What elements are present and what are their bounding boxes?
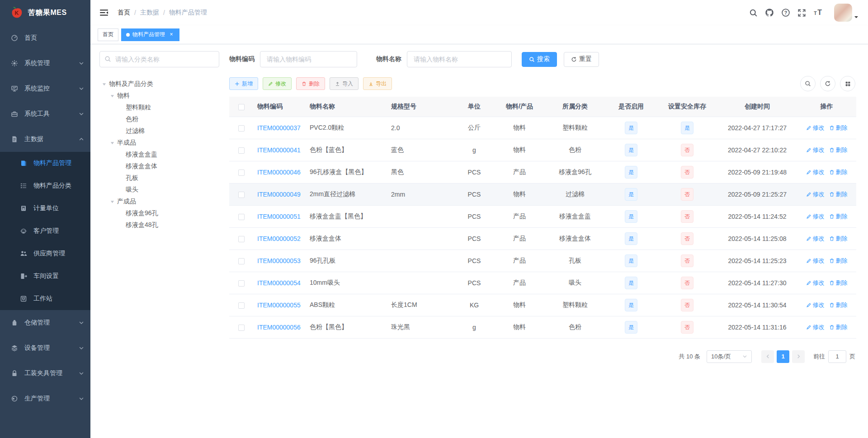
row-edit-link[interactable]: 修改: [806, 235, 825, 243]
columns-grid-icon[interactable]: [840, 76, 855, 91]
sidebar-item-warehouse-manage[interactable]: 仓储管理: [0, 310, 90, 335]
breadcrumb-home[interactable]: 首页: [118, 9, 130, 17]
row-checkbox[interactable]: [238, 214, 245, 220]
search-icon[interactable]: [749, 9, 758, 17]
row-checkbox[interactable]: [238, 302, 245, 309]
row-delete-link[interactable]: 删除: [829, 257, 848, 265]
user-menu[interactable]: [834, 4, 858, 22]
font-size-icon[interactable]: TT: [813, 8, 823, 17]
row-edit-link[interactable]: 修改: [806, 212, 825, 221]
page-number-button[interactable]: 1: [777, 350, 789, 363]
material-code-link[interactable]: ITEM00000037: [257, 124, 301, 132]
material-name-input[interactable]: [407, 51, 512, 67]
row-delete-link[interactable]: 删除: [829, 190, 848, 198]
row-checkbox[interactable]: [238, 258, 245, 264]
row-delete-link[interactable]: 删除: [829, 279, 848, 287]
sidebar-item-workshop-setting[interactable]: 车间设置: [0, 265, 90, 287]
row-delete-link[interactable]: 删除: [829, 124, 848, 132]
sidebar-item-equipment-manage[interactable]: 设备管理: [0, 335, 90, 361]
row-edit-link[interactable]: 修改: [806, 279, 825, 287]
material-code-link[interactable]: ITEM00000051: [257, 213, 301, 220]
row-checkbox[interactable]: [238, 325, 245, 331]
material-code-link[interactable]: ITEM00000046: [257, 169, 301, 176]
tree-node[interactable]: 半成品: [99, 137, 219, 149]
row-checkbox[interactable]: [238, 280, 245, 287]
row-checkbox[interactable]: [238, 125, 245, 132]
category-search-input[interactable]: [99, 51, 219, 67]
row-checkbox[interactable]: [238, 147, 245, 154]
table-row[interactable]: ITEM00000041 色粉【蓝色】 蓝色 g 物料 色粉 是 否 2022-…: [229, 139, 856, 161]
table-row[interactable]: ITEM00000056 色粉【黑色】 珠光黑 g 物料 色粉 是 否 2022…: [229, 316, 856, 338]
tree-node[interactable]: 移液盒盒盖: [99, 149, 219, 160]
reset-button[interactable]: 重置: [564, 52, 599, 67]
goto-page-input[interactable]: [828, 350, 846, 363]
prev-page-button[interactable]: [761, 350, 774, 363]
sidebar-item-workstation[interactable]: 工作站: [0, 287, 90, 310]
tag-home[interactable]: 首页: [98, 28, 118, 41]
sidebar-item-material-product-manage[interactable]: 物料产品管理: [0, 152, 90, 174]
row-edit-link[interactable]: 修改: [806, 190, 825, 198]
sidebar-item-measure-unit[interactable]: 计量单位: [0, 197, 90, 220]
tree-node-root[interactable]: 物料及产品分类: [99, 78, 219, 90]
tree-node[interactable]: 孔板: [99, 172, 219, 184]
import-button[interactable]: 导入: [330, 77, 359, 90]
page-size-select[interactable]: 10条/页: [707, 350, 752, 363]
tree-node[interactable]: 移液盒48孔: [99, 219, 219, 231]
add-button[interactable]: 新增: [229, 77, 258, 90]
sidebar-item-customer-manage[interactable]: 客户管理: [0, 220, 90, 242]
row-delete-link[interactable]: 删除: [829, 235, 848, 243]
row-checkbox[interactable]: [238, 170, 245, 176]
row-delete-link[interactable]: 删除: [829, 301, 848, 309]
table-row[interactable]: ITEM00000049 2mm直径过滤棉 2mm PCS 物料 过滤棉 是 否…: [229, 183, 856, 205]
delete-button[interactable]: 删除: [296, 77, 325, 90]
tag-material-product-manage[interactable]: 物料产品管理 ×: [121, 28, 179, 41]
table-row[interactable]: ITEM00000055 ABS颗粒 长度1CM KG 物料 塑料颗粒 是 否 …: [229, 294, 856, 316]
sidebar-item-production-manage[interactable]: 生产管理: [0, 386, 90, 411]
select-all-checkbox[interactable]: [238, 104, 245, 110]
table-row[interactable]: ITEM00000054 10mm吸头 PCS 产品 吸头 是 否 2022-0…: [229, 272, 856, 294]
table-row[interactable]: ITEM00000037 PVC2.0颗粒 2.0 公斤 物料 塑料颗粒 是 是…: [229, 117, 856, 139]
export-button[interactable]: 导出: [363, 77, 392, 90]
table-row[interactable]: ITEM00000046 96孔移液盒【黑色】 黑色 PCS 产品 移液盒96孔…: [229, 161, 856, 183]
tree-expand-icon[interactable]: [110, 141, 114, 145]
material-code-link[interactable]: ITEM00000049: [257, 191, 301, 198]
tree-node[interactable]: 过滤棉: [99, 125, 219, 137]
sidebar-item-material-product-category[interactable]: 物料产品分类: [0, 174, 90, 197]
sidebar-item-system-monitor[interactable]: 系统监控: [0, 76, 90, 101]
avatar[interactable]: [834, 4, 852, 22]
row-checkbox[interactable]: [238, 192, 245, 198]
sidebar-item-fixture-manage[interactable]: 工装夹具管理: [0, 361, 90, 386]
row-delete-link[interactable]: 删除: [829, 168, 848, 176]
tree-node[interactable]: 塑料颗粒: [99, 102, 219, 113]
tree-node[interactable]: 移液盒96孔: [99, 207, 219, 219]
row-delete-link[interactable]: 删除: [829, 146, 848, 154]
github-icon[interactable]: [765, 8, 774, 17]
tree-node[interactable]: 色粉: [99, 113, 219, 125]
row-edit-link[interactable]: 修改: [806, 124, 825, 132]
tree-expand-icon[interactable]: [102, 82, 106, 86]
material-code-link[interactable]: ITEM00000052: [257, 235, 301, 242]
row-edit-link[interactable]: 修改: [806, 257, 825, 265]
row-delete-link[interactable]: 删除: [829, 323, 848, 331]
material-code-link[interactable]: ITEM00000053: [257, 257, 301, 264]
table-row[interactable]: ITEM00000052 移液盒盒体 PCS 产品 移液盒盒体 是 否 2022…: [229, 227, 856, 250]
tree-node[interactable]: 物料: [99, 90, 219, 102]
sidebar-item-system-manage[interactable]: 系统管理: [0, 51, 90, 76]
close-icon[interactable]: ×: [168, 32, 175, 38]
row-edit-link[interactable]: 修改: [806, 301, 825, 309]
sidebar-item-supplier-manage[interactable]: 供应商管理: [0, 242, 90, 265]
material-code-link[interactable]: ITEM00000041: [257, 146, 301, 154]
help-icon[interactable]: ?: [781, 8, 790, 17]
sidebar-item-home[interactable]: 首页: [0, 25, 90, 51]
tree-expand-icon[interactable]: [110, 200, 114, 204]
sidebar-item-system-tools[interactable]: 系统工具: [0, 101, 90, 127]
refresh-icon[interactable]: [820, 76, 835, 91]
fullscreen-icon[interactable]: [797, 9, 806, 17]
row-delete-link[interactable]: 删除: [829, 212, 848, 221]
material-code-link[interactable]: ITEM00000055: [257, 301, 301, 309]
row-edit-link[interactable]: 修改: [806, 168, 825, 176]
row-checkbox[interactable]: [238, 236, 245, 242]
tree-node[interactable]: 产成品: [99, 196, 219, 207]
material-code-link[interactable]: ITEM00000056: [257, 324, 301, 331]
sidebar-item-master-data[interactable]: 主数据: [0, 127, 90, 152]
